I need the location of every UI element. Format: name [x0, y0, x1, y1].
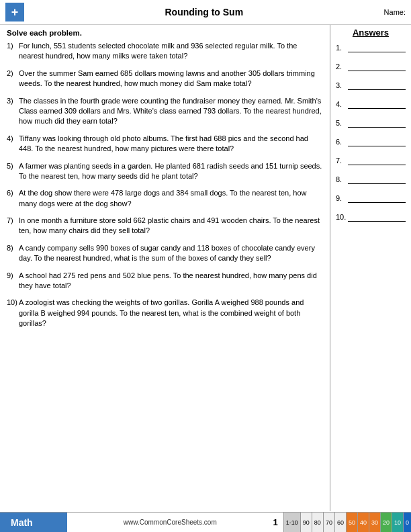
logo-icon — [5, 3, 24, 21]
answer-blank — [348, 212, 406, 222]
math-label: Math — [0, 513, 67, 532]
problem-text: A farmer was planting seeds in a garden.… — [19, 161, 323, 182]
footer-url: www.CommonCoreSheets.com — [67, 519, 273, 526]
page-title: Rounding to Sum — [24, 7, 384, 17]
problem-text: For lunch, 551 students selected chocola… — [19, 41, 323, 62]
answer-line: 8. — [336, 175, 406, 184]
problem-item: 6)At the dog show there were 478 large d… — [7, 188, 323, 209]
answer-number: 9. — [336, 194, 348, 202]
problem-number: 1) — [7, 41, 19, 62]
answer-blank — [348, 99, 406, 109]
problem-text: A school had 275 red pens and 502 blue p… — [19, 271, 323, 292]
score-label: 70 — [323, 513, 334, 532]
answer-blank — [348, 193, 406, 203]
header: Rounding to Sum Name: — [0, 0, 411, 25]
score-label: 90 — [300, 513, 312, 532]
problem-text: A candy company sells 990 boxes of sugar… — [19, 243, 323, 264]
answer-number: 7. — [336, 157, 348, 165]
problem-number: 7) — [7, 216, 19, 236]
answer-line: 4. — [336, 99, 406, 109]
footer-page: 1 — [273, 517, 283, 527]
problem-item: 7)In one month a furniture store sold 66… — [7, 216, 323, 236]
problem-number: 4) — [7, 134, 19, 154]
answer-line: 2. — [336, 62, 406, 71]
problem-text: A zoologist was checking the weights of … — [19, 298, 323, 328]
answer-blank — [348, 175, 406, 184]
problem-number: 6) — [7, 188, 19, 209]
score-label: 50 — [346, 513, 357, 532]
name-label: Name: — [384, 8, 406, 16]
answers-container: 1.2.3.4.5.6.7.8.9.10. — [336, 43, 406, 222]
answer-blank — [348, 156, 406, 165]
answer-number: 3. — [336, 81, 348, 89]
answer-blank — [348, 81, 406, 90]
score-label: 1-10 — [283, 513, 300, 532]
problem-number: 2) — [7, 69, 19, 89]
problem-number: 8) — [7, 243, 19, 264]
problem-item: 8)A candy company sells 990 boxes of sug… — [7, 243, 323, 264]
problem-item: 4)Tiffany was looking through old photo … — [7, 134, 323, 154]
problem-number: 5) — [7, 161, 19, 182]
problem-item: 5)A farmer was planting seeds in a garde… — [7, 161, 323, 182]
score-label: 0 — [403, 513, 411, 532]
answers-title: Answers — [336, 28, 406, 38]
answer-line: 10. — [336, 212, 406, 222]
answer-number: 2. — [336, 62, 348, 71]
answer-number: 1. — [336, 44, 348, 52]
problem-number: 10) — [7, 298, 19, 328]
problem-number: 9) — [7, 271, 19, 292]
problem-text: Over the summer Sam earned 685 dollars m… — [19, 69, 323, 89]
score-label: 80 — [312, 513, 323, 532]
problem-item: 1)For lunch, 551 students selected choco… — [7, 41, 323, 62]
problem-item: 3)The classes in the fourth grade were c… — [7, 96, 323, 127]
score-label: 10 — [392, 513, 403, 532]
problem-text: In one month a furniture store sold 662 … — [19, 216, 323, 236]
score-label: 60 — [334, 513, 346, 532]
problem-text: At the dog show there were 478 large dog… — [19, 188, 323, 209]
answer-number: 6. — [336, 138, 348, 146]
main-content: Solve each problem. 1)For lunch, 551 stu… — [0, 25, 411, 511]
problem-item: 9)A school had 275 red pens and 502 blue… — [7, 271, 323, 292]
problem-text: Tiffany was looking through old photo al… — [19, 134, 323, 154]
problem-item: 2)Over the summer Sam earned 685 dollars… — [7, 69, 323, 89]
answer-blank — [348, 118, 406, 128]
answer-blank — [348, 62, 406, 71]
answer-number: 10. — [336, 213, 348, 221]
problem-number: 3) — [7, 96, 19, 127]
answer-blank — [348, 137, 406, 146]
answer-line: 5. — [336, 118, 406, 128]
answer-number: 4. — [336, 100, 348, 108]
problems-container: 1)For lunch, 551 students selected choco… — [7, 41, 323, 329]
score-label: 30 — [369, 513, 380, 532]
answer-number: 8. — [336, 175, 348, 183]
answer-line: 1. — [336, 43, 406, 52]
answers-panel: Answers 1.2.3.4.5.6.7.8.9.10. — [330, 25, 411, 511]
answer-blank — [348, 43, 406, 52]
instructions: Solve each problem. — [7, 29, 323, 37]
footer: Math www.CommonCoreSheets.com 1 1-109080… — [0, 512, 411, 532]
answer-number: 5. — [336, 119, 348, 127]
score-label: 40 — [357, 513, 369, 532]
answer-line: 3. — [336, 81, 406, 90]
score-label: 20 — [380, 513, 392, 532]
answer-line: 6. — [336, 137, 406, 146]
problem-item: 10)A zoologist was checking the weights … — [7, 298, 323, 328]
problem-text: The classes in the fourth grade were cou… — [19, 96, 323, 127]
problems-area: Solve each problem. 1)For lunch, 551 stu… — [0, 25, 330, 511]
answer-line: 9. — [336, 193, 406, 203]
footer-scores: 1-109080706050403020100 — [283, 513, 411, 532]
answer-line: 7. — [336, 156, 406, 165]
